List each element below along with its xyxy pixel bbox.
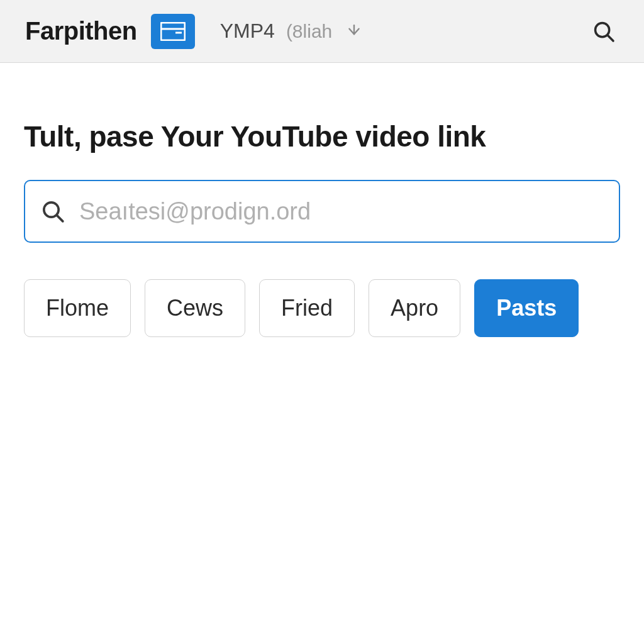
header-search-button[interactable] <box>589 16 619 47</box>
page-heading: Tult, pase Your YouTube video link <box>24 119 620 153</box>
tab-pasts[interactable]: Pasts <box>474 279 579 337</box>
window-icon <box>160 22 186 41</box>
search-icon <box>592 19 616 43</box>
tab-label: Apro <box>391 295 438 321</box>
video-link-input-wrap[interactable] <box>24 180 620 243</box>
app-header: Farpithen YMP4 (8liah <box>0 0 644 63</box>
tab-label: Pasts <box>496 295 557 321</box>
nav-secondary: (8liah <box>286 21 332 42</box>
tab-row: Flome Cews Fried Apro Pasts <box>24 279 620 337</box>
app-logo-badge <box>151 14 195 49</box>
tab-label: Fried <box>281 295 333 321</box>
tab-label: Flome <box>46 295 109 321</box>
video-link-input[interactable] <box>79 198 604 225</box>
svg-rect-0 <box>161 23 185 40</box>
search-icon <box>40 199 65 224</box>
svg-line-7 <box>57 216 63 221</box>
svg-line-5 <box>608 35 613 41</box>
chevron-down-icon <box>346 23 362 40</box>
nav-primary[interactable]: YMP4 <box>220 19 275 43</box>
tab-apro[interactable]: Apro <box>369 279 460 337</box>
search-icon-wrap <box>40 199 65 224</box>
app-logo-text: Farpithen <box>25 17 137 45</box>
tab-label: Cews <box>167 295 223 321</box>
main-content: Tult, pase Your YouTube video link Flome… <box>0 63 644 337</box>
tab-flome[interactable]: Flome <box>24 279 131 337</box>
tab-fried[interactable]: Fried <box>259 279 355 337</box>
tab-cews[interactable]: Cews <box>145 279 245 337</box>
nav-dropdown-toggle[interactable] <box>346 23 362 40</box>
